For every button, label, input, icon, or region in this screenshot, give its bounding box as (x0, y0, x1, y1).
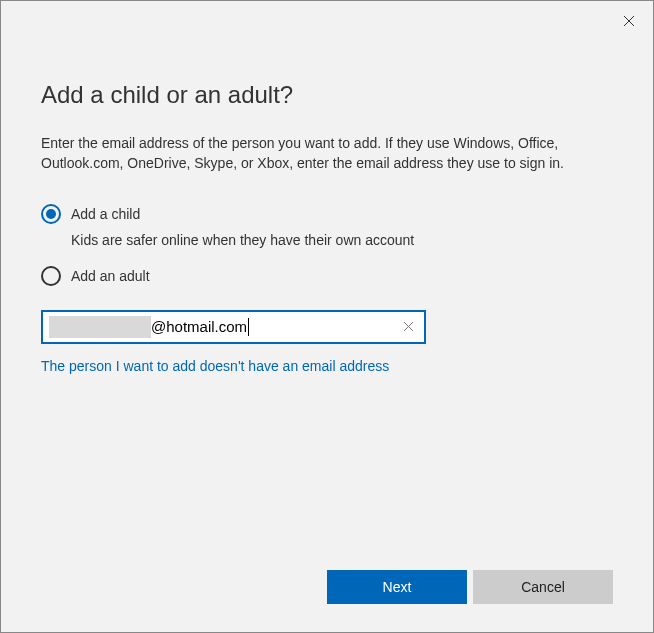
clear-input-button[interactable] (398, 317, 418, 337)
email-value-suffix: @hotmail.com (151, 318, 247, 335)
page-description: Enter the email address of the person yo… (41, 133, 613, 174)
radio-add-child[interactable]: Add a child (41, 204, 613, 224)
radio-label-adult: Add an adult (71, 268, 150, 284)
close-button[interactable] (617, 9, 641, 33)
no-email-link[interactable]: The person I want to add doesn't have an… (41, 358, 613, 374)
radio-icon (41, 204, 61, 224)
text-caret (248, 318, 249, 336)
email-input[interactable]: @hotmail.com (41, 310, 426, 344)
add-person-dialog: Add a child or an adult? Enter the email… (0, 0, 654, 633)
cancel-button[interactable]: Cancel (473, 570, 613, 604)
radio-add-adult[interactable]: Add an adult (41, 266, 613, 286)
page-title: Add a child or an adult? (41, 81, 613, 109)
redacted-text (49, 316, 151, 338)
next-button[interactable]: Next (327, 570, 467, 604)
clear-icon (403, 321, 414, 332)
account-type-group: Add a child Kids are safer online when t… (41, 204, 613, 286)
child-subtext: Kids are safer online when they have the… (71, 232, 613, 248)
close-icon (623, 15, 635, 27)
radio-icon (41, 266, 61, 286)
radio-label-child: Add a child (71, 206, 140, 222)
dialog-footer: Next Cancel (327, 570, 613, 604)
